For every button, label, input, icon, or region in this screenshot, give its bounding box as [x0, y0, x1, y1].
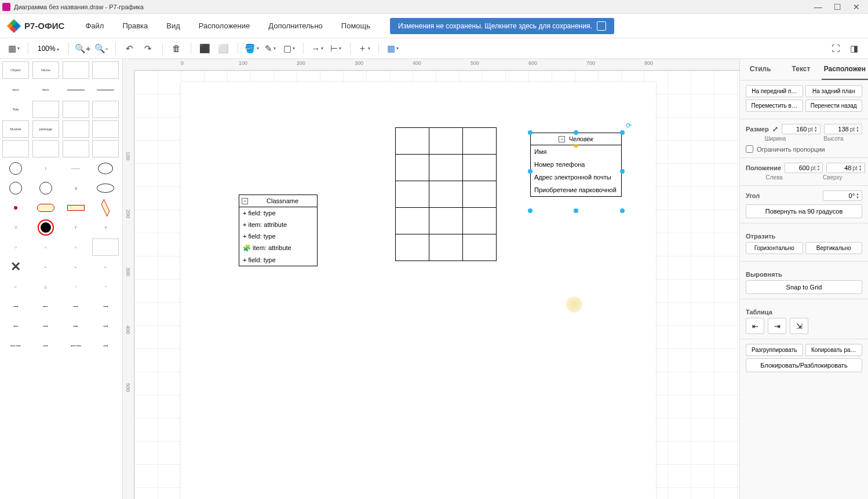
- shape-thumb[interactable]: [92, 120, 119, 138]
- shape-thumb[interactable]: ⌐: [92, 258, 119, 276]
- shape-thumb[interactable]: [63, 101, 89, 118]
- shape-thumb[interactable]: —○—: [63, 160, 89, 177]
- delete-button[interactable]: 🗑: [169, 41, 185, 57]
- shape-thumb[interactable]: ⊤: [63, 219, 89, 236]
- shape-thumb[interactable]: item: [32, 81, 59, 98]
- zoom-select[interactable]: 100%: [34, 43, 63, 54]
- line-color-button[interactable]: ✎: [262, 41, 279, 57]
- selected-class-row[interactable]: Адрес электронной почты: [531, 171, 621, 184]
- shape-thumb[interactable]: ⟵⟶: [63, 337, 89, 354]
- shape-thumb[interactable]: Title: [2, 101, 29, 118]
- bring-front-button[interactable]: На передний п…: [746, 85, 803, 97]
- shape-thumb[interactable]: ⟶: [92, 298, 119, 315]
- pos-left-input[interactable]: [787, 164, 809, 171]
- shape-thumb[interactable]: ▯: [32, 278, 59, 295]
- table-delete-icon[interactable]: ⇲: [790, 318, 808, 334]
- menu-file[interactable]: Файл: [76, 17, 113, 35]
- zoom-in-button[interactable]: 🔍+: [75, 41, 91, 57]
- menu-extras[interactable]: Дополнительно: [259, 17, 332, 35]
- rotate-90-button[interactable]: Повернуть на 90 градусов: [746, 204, 862, 218]
- selected-uml-class[interactable]: − Человек Имя Номер телефона Адрес элект…: [530, 133, 622, 197]
- shape-thumb[interactable]: [92, 140, 119, 157]
- shape-thumb[interactable]: [92, 179, 119, 197]
- snap-grid-button[interactable]: Snap to Grid: [746, 280, 862, 294]
- shape-thumb[interactable]: ✕: [2, 258, 29, 276]
- rotate-handle[interactable]: ⟳: [626, 122, 634, 130]
- resize-handle-se[interactable]: [620, 208, 625, 213]
- shape-thumb[interactable]: Module: [2, 120, 29, 138]
- shape-thumb[interactable]: [32, 101, 59, 118]
- menu-view[interactable]: Вид: [157, 17, 189, 35]
- undo-button[interactable]: ↶: [122, 41, 138, 57]
- shape-thumb[interactable]: ⌐: [32, 258, 59, 276]
- close-button[interactable]: ✕: [853, 2, 860, 12]
- shape-thumb[interactable]: ⟵⟶: [2, 337, 29, 354]
- tab-arrange[interactable]: Расположен: [822, 59, 868, 80]
- shape-thumb[interactable]: ○: [2, 239, 29, 256]
- canvas[interactable]: − Classname + field: type + item: attrib…: [134, 71, 739, 499]
- uml-class-shape[interactable]: − Classname + field: type + item: attrib…: [239, 195, 318, 266]
- flip-vertical-button[interactable]: Вертикально: [805, 242, 863, 254]
- connector-point[interactable]: [574, 144, 578, 148]
- shape-thumb[interactable]: [63, 140, 89, 157]
- minimize-button[interactable]: —: [814, 2, 822, 12]
- menu-arrange[interactable]: Расположение: [189, 17, 259, 35]
- send-back-button[interactable]: На задний план: [805, 85, 863, 97]
- shape-thumb[interactable]: package: [32, 120, 59, 138]
- uml-class-row[interactable]: + field: type: [239, 254, 317, 266]
- constrain-checkbox[interactable]: [746, 145, 753, 153]
- move-behind-button[interactable]: Перенести назад: [805, 100, 863, 112]
- shape-thumb[interactable]: ⟵: [2, 317, 29, 335]
- shape-thumb[interactable]: ⟵: [32, 298, 59, 315]
- menu-help[interactable]: Помощь: [332, 17, 380, 35]
- resize-handle-nw[interactable]: [528, 130, 533, 135]
- height-input[interactable]: [827, 126, 849, 133]
- shape-thumb[interactable]: [32, 140, 59, 157]
- shape-thumb[interactable]: [63, 61, 89, 79]
- shape-thumb[interactable]: [63, 120, 89, 138]
- selected-class-row[interactable]: Номер телефона: [531, 158, 621, 171]
- shape-thumb[interactable]: [32, 199, 59, 217]
- shape-thumb[interactable]: ⊤: [92, 219, 119, 236]
- shape-thumb[interactable]: [92, 81, 119, 98]
- save-notification[interactable]: Изменения не сохранены. Щелкните здесь д…: [390, 18, 614, 34]
- width-spinner[interactable]: ▲▼: [814, 126, 818, 133]
- shadow-button[interactable]: ▢: [281, 41, 297, 57]
- copy-size-button[interactable]: Копировать ра…: [805, 344, 863, 356]
- top-spinner[interactable]: ▲▼: [859, 164, 862, 171]
- lock-unlock-button[interactable]: Блокировать/Разблокировать: [746, 358, 862, 372]
- shape-thumb[interactable]: [2, 160, 29, 177]
- shape-thumb[interactable]: ⟶: [2, 298, 29, 315]
- resize-handle-e[interactable]: [620, 169, 625, 174]
- angle-spinner[interactable]: ▲▼: [856, 192, 859, 199]
- shape-thumb[interactable]: ○: [63, 239, 89, 256]
- shape-thumb[interactable]: [2, 140, 29, 157]
- waypoint-button[interactable]: ⊢: [328, 41, 344, 57]
- maximize-button[interactable]: ☐: [834, 2, 841, 12]
- shape-thumb[interactable]: ⟶: [32, 317, 59, 335]
- to-front-button[interactable]: ⬛: [197, 41, 213, 57]
- format-panel-button[interactable]: ◨: [846, 41, 862, 57]
- tab-text[interactable]: Текст: [781, 59, 821, 80]
- redo-button[interactable]: ↷: [140, 41, 156, 57]
- shape-thumb[interactable]: Name: [32, 61, 59, 79]
- tab-style[interactable]: Стиль: [740, 59, 781, 80]
- shape-thumb[interactable]: [63, 81, 89, 98]
- height-spinner[interactable]: ▲▼: [856, 126, 859, 133]
- selected-class-row[interactable]: Приобретение парковочной: [531, 184, 621, 196]
- shape-thumb[interactable]: ○: [32, 239, 59, 256]
- width-input[interactable]: [785, 126, 807, 133]
- fill-button[interactable]: 🪣: [244, 41, 260, 57]
- table-insert-right-icon[interactable]: ⇥: [768, 318, 786, 334]
- resize-handle-sw[interactable]: [528, 208, 533, 213]
- ungroup-button[interactable]: Разгруппировать: [746, 344, 803, 356]
- view-mode-button[interactable]: ▦: [6, 41, 22, 57]
- table-button[interactable]: ▦: [385, 41, 401, 57]
- shape-thumb[interactable]: Object: [2, 61, 29, 79]
- shape-thumb[interactable]: [2, 199, 29, 217]
- menu-edit[interactable]: Правка: [113, 17, 157, 35]
- shape-thumb[interactable]: [32, 219, 59, 236]
- shape-thumb[interactable]: ⟶: [92, 317, 119, 335]
- zoom-out-button[interactable]: 🔍-: [93, 41, 110, 57]
- add-button[interactable]: ＋: [356, 41, 373, 57]
